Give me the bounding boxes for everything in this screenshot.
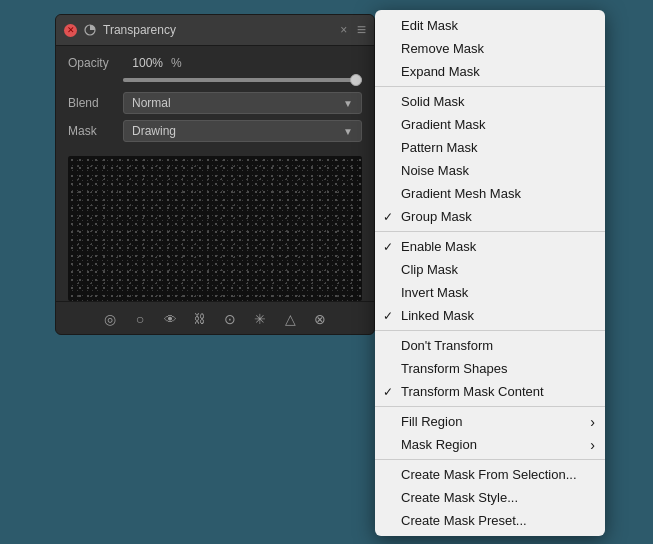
transparency-panel: ✕ Transparency × ≡ Opacity 100% %: [55, 14, 375, 335]
menu-separator-17: [375, 459, 605, 460]
menu-item-transform-shapes[interactable]: Transform Shapes: [375, 357, 605, 380]
x-circle-button[interactable]: ⊗: [309, 308, 331, 330]
panel-header: ✕ Transparency × ≡: [56, 15, 374, 46]
menu-item-mask-region[interactable]: Mask Region: [375, 433, 605, 456]
menu-item-fill-region[interactable]: Fill Region: [375, 410, 605, 433]
menu-item-linked-mask[interactable]: Linked Mask: [375, 304, 605, 327]
menu-item-create-mask-preset-[interactable]: Create Mask Preset...: [375, 509, 605, 532]
eye-button[interactable]: 👁: [159, 308, 181, 330]
mask-label: Mask: [68, 124, 123, 138]
panel-menu-button[interactable]: ≡: [357, 21, 366, 39]
panel-dismiss-button[interactable]: ×: [337, 23, 351, 37]
transparency-icon: [83, 23, 97, 37]
panel-content: Opacity 100% % Blend Normal ▼ Mask: [56, 46, 374, 156]
menu-item-expand-mask[interactable]: Expand Mask: [375, 60, 605, 83]
menu-item-clip-mask[interactable]: Clip Mask: [375, 258, 605, 281]
blend-dropdown-arrow: ▼: [343, 98, 353, 109]
menu-item-transform-mask-content[interactable]: Transform Mask Content: [375, 380, 605, 403]
link-button[interactable]: ⛓: [189, 308, 211, 330]
opacity-slider-row: [68, 78, 362, 82]
panel-close-button[interactable]: ✕: [64, 24, 77, 37]
menu-item-create-mask-style-[interactable]: Create Mask Style...: [375, 486, 605, 509]
menu-item-edit-mask[interactable]: Edit Mask: [375, 14, 605, 37]
menu-item-don-t-transform[interactable]: Don't Transform: [375, 334, 605, 357]
blend-label: Blend: [68, 96, 123, 110]
menu-item-invert-mask[interactable]: Invert Mask: [375, 281, 605, 304]
blend-dropdown[interactable]: Normal ▼: [123, 92, 362, 114]
menu-item-remove-mask[interactable]: Remove Mask: [375, 37, 605, 60]
menu-item-create-mask-from-selection-[interactable]: Create Mask From Selection...: [375, 463, 605, 486]
mask-row: Mask Drawing ▼: [68, 120, 362, 142]
blend-row: Blend Normal ▼: [68, 92, 362, 114]
menu-item-gradient-mask[interactable]: Gradient Mask: [375, 113, 605, 136]
menu-item-pattern-mask[interactable]: Pattern Mask: [375, 136, 605, 159]
menu-separator-2: [375, 86, 605, 87]
opacity-unit: %: [171, 56, 182, 70]
menu-item-group-mask[interactable]: Group Mask: [375, 205, 605, 228]
sun-button[interactable]: ✳: [249, 308, 271, 330]
menu-item-solid-mask[interactable]: Solid Mask: [375, 90, 605, 113]
slider-thumb[interactable]: [350, 74, 362, 86]
mask-dropdown[interactable]: Drawing ▼: [123, 120, 362, 142]
canvas-preview: [68, 156, 362, 301]
mask-dropdown-arrow: ▼: [343, 126, 353, 137]
triangle-button[interactable]: △: [279, 308, 301, 330]
context-menu: Edit MaskRemove MaskExpand MaskSolid Mas…: [375, 10, 605, 536]
opacity-slider-wrap: 100% %: [123, 56, 362, 70]
panel-title: Transparency: [103, 23, 331, 37]
opacity-row: Opacity 100% %: [68, 56, 362, 70]
circle-mask-button[interactable]: ◎: [99, 308, 121, 330]
opacity-slider[interactable]: [123, 78, 362, 82]
menu-separator-12: [375, 330, 605, 331]
menu-separator-8: [375, 231, 605, 232]
menu-item-enable-mask[interactable]: Enable Mask: [375, 235, 605, 258]
menu-item-gradient-mesh-mask[interactable]: Gradient Mesh Mask: [375, 182, 605, 205]
dot-button[interactable]: ⊙: [219, 308, 241, 330]
opacity-value: 100%: [123, 56, 163, 70]
mask-toolbar: ◎ ○ 👁 ⛓ ⊙ ✳ △ ⊗: [56, 301, 374, 334]
menu-item-noise-mask[interactable]: Noise Mask: [375, 159, 605, 182]
texture-display: [68, 156, 362, 301]
slider-fill: [123, 78, 362, 82]
noise-texture: [68, 156, 362, 301]
circle-outline-button[interactable]: ○: [129, 308, 151, 330]
menu-separator-15: [375, 406, 605, 407]
mask-value: Drawing: [132, 124, 176, 138]
blend-value: Normal: [132, 96, 171, 110]
opacity-label: Opacity: [68, 56, 123, 70]
